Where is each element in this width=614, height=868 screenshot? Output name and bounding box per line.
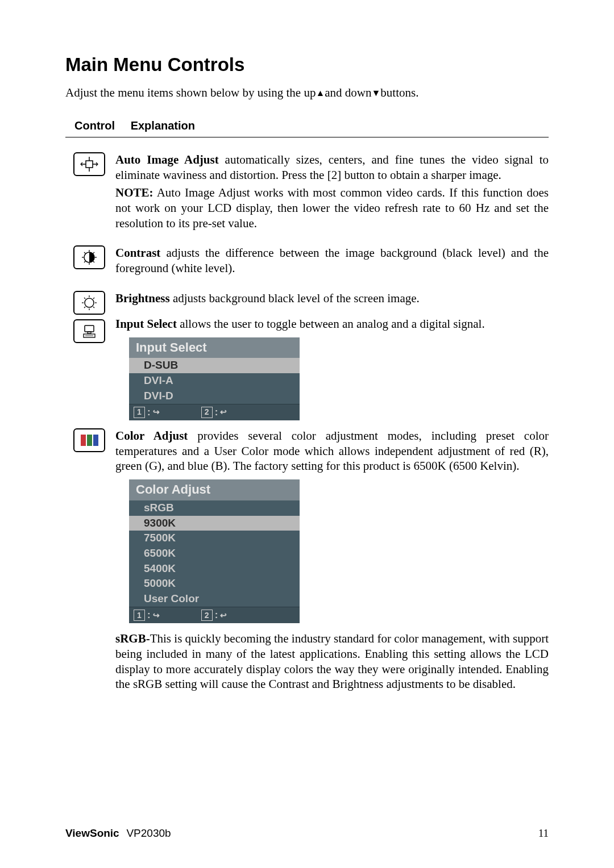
contrast-desc: Contrast adjusts the difference between … <box>115 245 549 276</box>
brightness-icon <box>73 291 105 315</box>
input-select-icon <box>73 319 105 343</box>
up-triangle-icon: ▲ <box>316 88 325 98</box>
intro-mid: and down <box>325 86 371 99</box>
note-label: NOTE: <box>115 186 154 199</box>
exit-icon: ↪ <box>153 610 160 620</box>
svg-rect-23 <box>85 326 94 332</box>
note-text: Auto Image Adjust works with most common… <box>115 186 549 230</box>
osd-item-dvia: DVI-A <box>129 373 300 389</box>
svg-line-21 <box>84 307 85 308</box>
svg-rect-24 <box>88 332 91 333</box>
auto-name: Auto Image Adjust <box>115 153 219 166</box>
enter-icon: ↩ <box>220 610 227 620</box>
colon: : <box>147 406 151 419</box>
svg-line-13 <box>93 252 94 253</box>
footer-model: VP2030b <box>126 827 171 839</box>
svg-line-10 <box>84 252 85 253</box>
exit-icon: ↪ <box>153 407 160 417</box>
svg-line-19 <box>84 298 85 299</box>
enter-icon: ↩ <box>220 407 227 417</box>
osd-item-usercolor: User Color <box>129 591 300 607</box>
inputselect-name: Input Select <box>115 317 177 331</box>
color-adjust-osd: Color Adjust sRGB 9300K 7500K 6500K 5400… <box>129 479 300 623</box>
osd-key-1: 1 <box>134 407 145 418</box>
contrast-name: Contrast <box>115 246 160 260</box>
svg-point-14 <box>85 298 94 307</box>
svg-line-22 <box>93 298 94 299</box>
osd-item-5000k: 5000K <box>129 576 300 591</box>
osd-key-1: 1 <box>134 610 145 621</box>
srgb-text: This is quickly becoming the industry st… <box>115 632 549 691</box>
auto-image-adjust-icon <box>73 152 105 176</box>
svg-rect-0 <box>86 161 93 168</box>
svg-line-12 <box>84 261 85 262</box>
down-triangle-icon: ▼ <box>371 88 380 98</box>
brightness-text: adjusts background black level of the sc… <box>170 291 420 305</box>
colon: : <box>147 609 151 621</box>
auto-image-adjust-desc: Auto Image Adjust automatically sizes, c… <box>115 152 549 183</box>
color-adjust-icon <box>73 428 105 452</box>
column-headers: Control Explanation <box>65 116 549 137</box>
contrast-text: adjusts the difference between the image… <box>115 246 549 275</box>
brightness-name: Brightness <box>115 291 170 305</box>
osd-item-dvid: DVI-D <box>129 389 300 404</box>
osd-title: Color Adjust <box>129 479 300 500</box>
osd-title: Input Select <box>129 337 300 358</box>
auto-note: NOTE: Auto Image Adjust works with most … <box>115 185 549 231</box>
contrast-icon <box>73 245 105 269</box>
srgb-desc: sRGB-This is quickly becoming the indust… <box>115 631 549 692</box>
colon: : <box>215 406 218 419</box>
osd-key-2: 2 <box>201 407 213 418</box>
svg-line-11 <box>93 261 94 262</box>
header-explanation: Explanation <box>131 119 195 132</box>
intro-pre: Adjust the menu items shown below by usi… <box>65 86 316 99</box>
osd-item-6500k: 6500K <box>129 546 300 561</box>
input-select-desc: Input Select allows the user to toggle b… <box>115 316 549 332</box>
colon: : <box>215 609 218 621</box>
osd-item-7500k: 7500K <box>129 531 300 546</box>
page-title: Main Menu Controls <box>65 54 549 76</box>
osd-item-dsub: D-SUB <box>129 358 300 373</box>
input-select-osd: Input Select D-SUB DVI-A DVI-D 1:↪ 2:↩ <box>129 337 300 420</box>
srgb-name: sRGB- <box>115 632 150 645</box>
color-adjust-desc: Color Adjust provides several color adju… <box>115 428 549 474</box>
osd-item-9300k: 9300K <box>129 516 300 531</box>
osd-item-srgb: sRGB <box>129 500 300 516</box>
footer-brand: ViewSonic <box>65 827 119 839</box>
inputselect-text: allows the user to toggle between an ana… <box>177 317 485 331</box>
intro-post: buttons. <box>380 86 418 99</box>
page-number: 11 <box>538 827 549 840</box>
page-footer: ViewSonic VP2030b 11 <box>65 827 549 840</box>
coloradjust-name: Color Adjust <box>115 429 188 443</box>
brightness-desc: Brightness adjusts background black leve… <box>115 291 549 306</box>
svg-line-20 <box>93 307 94 308</box>
osd-footer: 1:↪ 2:↩ <box>129 404 300 420</box>
osd-footer: 1:↪ 2:↩ <box>129 607 300 623</box>
osd-key-2: 2 <box>201 610 213 621</box>
header-control: Control <box>74 119 115 132</box>
intro-text: Adjust the menu items shown below by usi… <box>65 86 549 100</box>
osd-item-5400k: 5400K <box>129 561 300 577</box>
